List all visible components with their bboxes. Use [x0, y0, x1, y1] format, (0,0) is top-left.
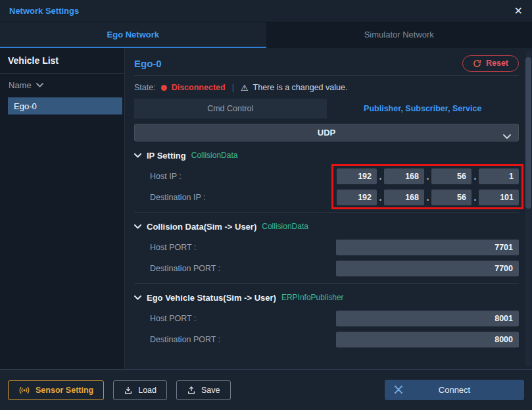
section-tag: ERPInfoPublisher [281, 293, 344, 302]
network-tabs: Ego Network Simulator Network [0, 22, 532, 48]
ip-dot: . [473, 170, 477, 182]
destination-port-label: Destination PORT : [150, 264, 220, 273]
section-tag: CollisionData [191, 151, 238, 160]
host-port-label: Host PORT : [150, 314, 196, 323]
section-divider [134, 283, 519, 284]
ego-network-content: Ego-0 Reset State: Disconnected | ⚠ Ther… [125, 48, 532, 369]
destination-ip-octet-3[interactable] [431, 190, 472, 205]
tab-ego-network[interactable]: Ego Network [0, 22, 266, 48]
section-title: Ego Vehicle Status(Sim -> User) [147, 293, 276, 303]
separator: | [232, 83, 234, 92]
vehicle-title: Ego-0 [134, 58, 162, 69]
status-host-port-input[interactable] [336, 311, 519, 326]
ip-dot: . [426, 192, 429, 203]
header-divider [134, 75, 519, 76]
host-ip-label: Host IP : [150, 172, 181, 181]
tab-simulator-network-label: Simulator Network [364, 30, 434, 39]
vehicle-list-item-ego-0[interactable]: Ego-0 [8, 97, 122, 115]
connect-button[interactable]: Connect [385, 380, 524, 400]
tab-ego-network-label: Ego Network [107, 30, 159, 39]
destination-ip-inputs: . . . [337, 190, 519, 205]
chevron-down-icon [36, 83, 43, 88]
host-ip-octet-3[interactable] [431, 168, 472, 184]
connect-icon [393, 384, 404, 397]
chevron-down-icon [503, 130, 511, 142]
vehicle-list-title: Vehicle List [0, 48, 124, 74]
section-collapse-icon[interactable] [134, 224, 141, 229]
reset-label: Reset [486, 59, 508, 68]
scrollbar[interactable] [525, 51, 531, 367]
host-ip-inputs: . . . [337, 168, 519, 184]
collision-destination-port-row: Destination PORT : [150, 259, 519, 277]
reset-button[interactable]: Reset [462, 55, 519, 72]
titlebar: Network Settings ✕ [0, 0, 532, 22]
disconnected-dot-icon [161, 85, 167, 91]
section-tag: CollisionData [262, 222, 308, 231]
ip-dot: . [473, 192, 477, 203]
status-destination-port-input[interactable] [336, 332, 519, 347]
destination-ip-octet-1[interactable] [337, 190, 377, 205]
section-collapse-icon[interactable] [134, 153, 141, 158]
section-divider [134, 212, 519, 213]
status-host-port-row: Host PORT : [150, 309, 519, 327]
ip-dot: . [426, 170, 429, 182]
host-ip-octet-4[interactable] [479, 168, 519, 184]
collision-data-section-header: Collision Data(Sim -> User) CollisionDat… [134, 218, 519, 235]
footer: Sensor Setting Load Save [0, 369, 532, 410]
save-label: Save [201, 386, 220, 395]
ip-dot: . [379, 192, 382, 203]
collision-host-port-row: Host PORT : [150, 238, 519, 256]
name-sort-label: Name [9, 80, 32, 90]
status-destination-port-row: Destination PORT : [150, 330, 519, 348]
collision-destination-port-input[interactable] [336, 261, 519, 276]
host-ip-row: Host IP : . . . [150, 167, 519, 185]
vehicle-header-row: Ego-0 Reset [134, 53, 519, 73]
subtab-cmd-control[interactable]: Cmd Control [134, 99, 327, 118]
subtab-publisher-label: Publisher, Subscriber, Service [364, 104, 481, 113]
host-port-label: Host PORT : [150, 243, 196, 252]
state-label: State: [134, 83, 156, 92]
section-collapse-icon[interactable] [134, 295, 141, 300]
destination-ip-label: Destination IP : [150, 193, 206, 202]
collision-host-port-input[interactable] [336, 240, 519, 255]
tab-simulator-network[interactable]: Simulator Network [266, 22, 532, 48]
reset-icon [473, 59, 481, 68]
ip-rows: Host IP : . . . Destination IP : [134, 167, 519, 206]
ego-vehicle-status-section-header: Ego Vehicle Status(Sim -> User) ERPInfoP… [134, 289, 519, 306]
ip-dot: . [379, 170, 382, 182]
section-title: Collision Data(Sim -> User) [147, 222, 256, 232]
destination-ip-octet-2[interactable] [384, 190, 424, 205]
subtab-cmd-control-label: Cmd Control [207, 104, 253, 113]
scrollbar-thumb[interactable] [525, 57, 531, 209]
ip-setting-section-header: IP Setting CollisionData [134, 147, 519, 164]
broadcast-icon [18, 386, 30, 395]
warning-text: There is a changed value. [253, 83, 348, 92]
protocol-dropdown[interactable]: UDP [134, 124, 519, 141]
subtab-publisher-subscriber-service[interactable]: Publisher, Subscriber, Service [327, 99, 520, 118]
window-title: Network Settings [9, 6, 79, 16]
name-sort-header[interactable]: Name [0, 74, 124, 96]
load-label: Load [138, 386, 157, 395]
body: Vehicle List Name Ego-0 Ego-0 Reset [0, 48, 532, 369]
sensor-setting-label: Sensor Setting [36, 386, 93, 395]
subtabs: Cmd Control Publisher, Subscriber, Servi… [134, 99, 519, 118]
vehicle-list-panel: Vehicle List Name Ego-0 [0, 48, 125, 369]
destination-ip-row: Destination IP : . . . [150, 188, 519, 206]
state-row: State: Disconnected | ⚠ There is a chang… [134, 78, 519, 97]
state-value: Disconnected [172, 83, 226, 92]
save-button[interactable]: Save [176, 380, 231, 400]
warning-icon: ⚠ [241, 83, 249, 93]
host-ip-octet-1[interactable] [337, 168, 377, 184]
close-icon[interactable]: ✕ [514, 6, 523, 16]
connect-label: Connect [439, 385, 470, 395]
download-icon [124, 386, 133, 395]
load-button[interactable]: Load [113, 380, 167, 400]
host-ip-octet-2[interactable] [384, 168, 424, 184]
section-title: IP Setting [147, 151, 186, 161]
destination-ip-octet-4[interactable] [479, 190, 519, 205]
protocol-value: UDP [135, 128, 518, 138]
network-settings-window: Network Settings ✕ Ego Network Simulator… [0, 0, 532, 410]
sensor-setting-button[interactable]: Sensor Setting [8, 380, 104, 400]
upload-icon [187, 386, 196, 395]
destination-port-label: Destination PORT : [150, 335, 220, 344]
